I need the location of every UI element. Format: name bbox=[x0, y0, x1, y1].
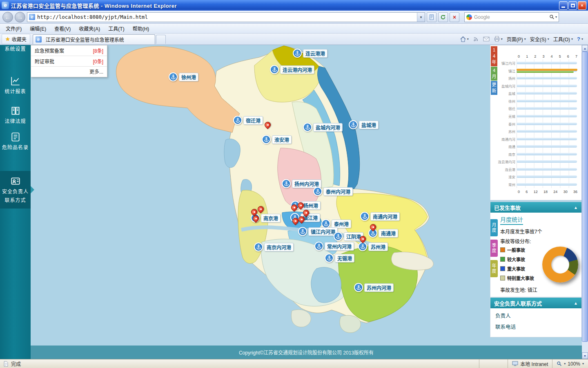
port-marker[interactable]: 苏州内河港 bbox=[354, 283, 394, 292]
accident-tab[interactable]: 月度 bbox=[490, 219, 498, 236]
port-marker[interactable]: 无锡港 bbox=[325, 254, 354, 263]
stop-button[interactable]: × bbox=[450, 12, 459, 22]
menu-item[interactable]: 帮助(H) bbox=[129, 24, 154, 33]
menu-item[interactable]: 文件(F) bbox=[2, 24, 26, 33]
ie-logo-icon: e bbox=[2, 2, 9, 9]
toolbar-button[interactable]: 页面(P) ▾ bbox=[507, 36, 526, 43]
contact-panel-header[interactable]: 安全负责人联系方式 ▲ bbox=[490, 298, 581, 308]
port-marker[interactable]: 连云港港 bbox=[293, 49, 327, 58]
page-footer: Copyright©江苏省交通规划设计院股份有限公司 2013版权所有 bbox=[31, 346, 582, 359]
accident-panel-header[interactable]: 已发生事故 ▲ bbox=[490, 202, 581, 213]
url-text: http://localhost:8080/yjpt/Main.html bbox=[37, 14, 148, 20]
menu-item[interactable]: 查看(V) bbox=[50, 24, 75, 33]
forward-button[interactable]: → bbox=[15, 12, 25, 22]
toolbar-button[interactable]: 工具(O) ▾ bbox=[553, 36, 573, 43]
scroll-down-arrow[interactable]: ▼ bbox=[582, 352, 588, 359]
port-label: 南京港 bbox=[261, 214, 281, 222]
accident-summary: 本月度发生事故7个 bbox=[500, 228, 579, 235]
port-label: 南通港 bbox=[379, 229, 398, 238]
map-lake-taihu bbox=[311, 267, 341, 303]
port-label: 泰州内河港 bbox=[323, 187, 353, 196]
accident-tab[interactable]: 年度 bbox=[490, 260, 498, 277]
anchor-icon bbox=[315, 188, 321, 195]
port-marker[interactable]: 徐州港 bbox=[169, 72, 198, 81]
sidebar-item-safety-contacts[interactable]: 安全负责人 联系方式 bbox=[0, 171, 31, 209]
quick-panel-item[interactable]: 应急预案备案 [8条] bbox=[31, 45, 107, 56]
print-button[interactable]: ▾ bbox=[494, 36, 503, 42]
search-dropdown-icon[interactable]: ▾ bbox=[555, 15, 557, 19]
scroll-up-arrow[interactable]: ▲ bbox=[582, 45, 588, 52]
vertical-scrollbar[interactable]: ▲ ▼ bbox=[582, 45, 588, 359]
compatibility-button[interactable] bbox=[427, 12, 437, 22]
anchor-icon bbox=[170, 74, 176, 80]
url-dropdown-icon[interactable]: ▾ bbox=[417, 13, 425, 22]
port-label: 苏州内河港 bbox=[364, 283, 394, 292]
back-button[interactable]: ← bbox=[2, 12, 13, 22]
port-marker[interactable]: 连云港内河港 bbox=[270, 65, 314, 74]
scroll-thumb[interactable] bbox=[582, 52, 588, 342]
google-logo-icon bbox=[466, 14, 472, 20]
port-marker[interactable]: 宿迁港 bbox=[233, 116, 263, 125]
port-marker[interactable]: 淮安港 bbox=[262, 135, 292, 144]
menu-item[interactable]: 工具(T) bbox=[104, 24, 128, 33]
menu-item[interactable]: 编辑(E) bbox=[26, 24, 50, 33]
close-button[interactable]: × bbox=[578, 1, 586, 10]
url-input[interactable]: e http://localhost:8080/yjpt/Main.html ▾ bbox=[27, 12, 425, 22]
toolbar-button[interactable]: 安全(S) ▾ bbox=[530, 36, 549, 43]
port-marker[interactable]: 南京内河港 bbox=[254, 242, 294, 251]
menu-bar: 文件(F)编辑(E)查看(V)收藏夹(A)工具(T)帮助(H) bbox=[0, 24, 588, 34]
anchor-icon bbox=[335, 233, 341, 240]
accident-stats-title: 月度统计 bbox=[500, 215, 523, 225]
port-marker[interactable]: 江阴港 bbox=[334, 232, 363, 241]
anchor-icon bbox=[300, 229, 306, 235]
chart-row: 宿迁 bbox=[498, 105, 580, 112]
mail-button[interactable] bbox=[483, 36, 490, 42]
sidebar-item-system-settings[interactable]: 系统设置 bbox=[0, 46, 31, 52]
port-marker[interactable]: 南通内河港 bbox=[360, 212, 400, 221]
search-input[interactable]: Google ▾ bbox=[464, 12, 559, 22]
jiangsu-map[interactable] bbox=[31, 45, 490, 346]
help-button[interactable]: ?▾ bbox=[577, 36, 583, 42]
sidebar-item-dangerous-goods[interactable]: 危险品名录 bbox=[0, 132, 31, 151]
sidebar-item-laws[interactable]: 法律法规 bbox=[0, 105, 31, 125]
minimize-button[interactable] bbox=[559, 1, 568, 10]
home-button[interactable]: ▾ bbox=[460, 36, 469, 43]
sidebar-item-statistics[interactable]: 统计报表 bbox=[0, 76, 31, 95]
anchor-icon bbox=[235, 117, 241, 123]
page-icon bbox=[429, 14, 434, 20]
refresh-button[interactable] bbox=[438, 12, 448, 22]
port-marker[interactable]: 盐城港 bbox=[349, 120, 379, 129]
accident-tab[interactable]: 季度 bbox=[490, 240, 498, 257]
anchor-icon bbox=[316, 243, 322, 249]
zoom-control[interactable]: ▾ 100% ▾ bbox=[552, 359, 588, 368]
contact-row: 负责人 bbox=[490, 308, 581, 319]
collapse-arrow-icon[interactable]: ▲ bbox=[574, 205, 578, 210]
port-marker[interactable]: 盐城内河港 bbox=[303, 123, 343, 132]
port-marker[interactable]: 泰州内河港 bbox=[313, 187, 353, 196]
sidebar: 系统设置 统计报表 法律法规 危险品名录 安全负责人 联系方式 bbox=[0, 45, 31, 359]
new-tab-button[interactable] bbox=[156, 35, 166, 44]
bar-series2 bbox=[517, 71, 574, 73]
chart-row: 泰州 bbox=[498, 120, 580, 128]
legend-item: 较大事故 bbox=[500, 256, 534, 263]
maximize-button[interactable] bbox=[568, 1, 577, 10]
magnifier-icon[interactable] bbox=[549, 14, 555, 20]
tab-active[interactable]: e 江苏省港口安全监管与应急管理系统 bbox=[33, 34, 155, 44]
collapse-arrow-icon[interactable]: ▲ bbox=[574, 301, 578, 305]
port-marker[interactable]: 镇江内河港 bbox=[298, 227, 338, 236]
list-icon bbox=[10, 132, 21, 142]
anchor-icon bbox=[326, 255, 332, 261]
port-label: 连云港港 bbox=[303, 49, 327, 58]
quick-panel-item[interactable]: 附证审批 [0条] bbox=[31, 56, 107, 67]
menu-item[interactable]: 收藏夹(A) bbox=[75, 24, 104, 33]
anchor-icon bbox=[362, 213, 368, 220]
contact-card-icon bbox=[10, 176, 21, 186]
port-marker[interactable]: 常州内河港 bbox=[314, 242, 354, 251]
more-link[interactable]: 更多... bbox=[31, 67, 107, 77]
feeds-button[interactable] bbox=[473, 36, 479, 42]
port-label: 南通内河港 bbox=[370, 212, 400, 221]
favorites-button[interactable]: ★ 收藏夹 bbox=[2, 34, 30, 44]
item-count-badge: [0条] bbox=[93, 58, 103, 65]
star-icon: ★ bbox=[5, 36, 10, 42]
port-statistics-chart-panel: 14年4月更新 01234567 镇江内河 镇江 扬州 盐城内河 bbox=[490, 45, 582, 200]
